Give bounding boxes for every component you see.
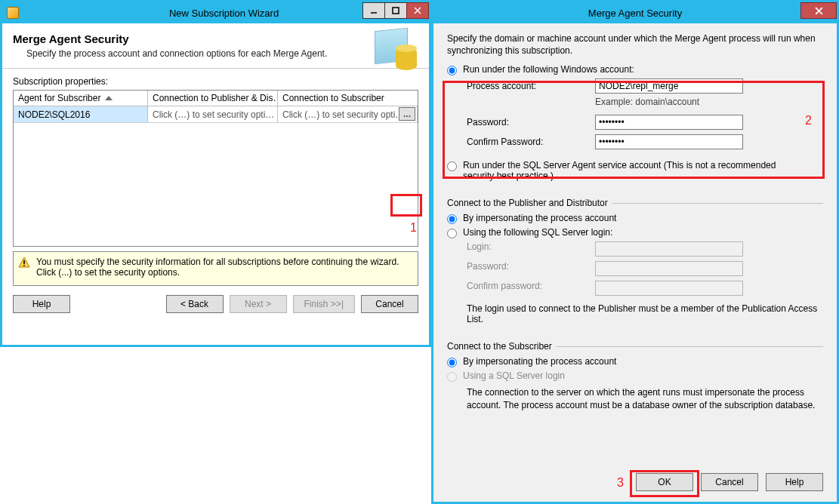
- subscription-properties-label: Subscription properties:: [13, 76, 418, 87]
- close-button-left[interactable]: [406, 2, 429, 19]
- help-button-right[interactable]: Help: [766, 473, 823, 491]
- close-button-right[interactable]: [800, 2, 837, 19]
- app-icon: [7, 7, 19, 19]
- new-subscription-wizard-window: New Subscription Wizard Merge Agent Secu…: [0, 0, 431, 347]
- subscription-grid: Agent for Subscriber Connection to Publi…: [13, 90, 418, 247]
- subscriber-section-label: Connect to the Subscriber: [447, 341, 552, 352]
- pub-password-input: [595, 261, 743, 276]
- wizard-subheading: Specify the process account and connecti…: [26, 48, 418, 59]
- confirm-password-input[interactable]: [595, 134, 743, 149]
- wizard-heading: Merge Agent Security: [13, 32, 418, 45]
- cancel-button-right[interactable]: Cancel: [701, 473, 758, 491]
- confirm-password-label: Confirm Password:: [467, 137, 595, 147]
- pub-confirm-input: [595, 281, 743, 296]
- grid-row[interactable]: NODE2\SQL2016 Click (…) to set security …: [14, 106, 418, 123]
- wizard-button-row: Help < Back Next > Finish >>| Cancel: [2, 286, 429, 322]
- radio-windows-account-input[interactable]: [447, 66, 457, 75]
- intro-text: Specify the domain or machine account un…: [447, 32, 823, 57]
- grid-header-subscriber[interactable]: Connection to Subscriber: [278, 91, 418, 106]
- password-input[interactable]: [595, 115, 743, 130]
- radio-sub-impersonate-label: By impersonating the process account: [463, 356, 616, 367]
- titlebar-left: New Subscription Wizard: [2, 2, 429, 23]
- pubdist-section-header: Connect to the Publisher and Distributor: [447, 198, 823, 208]
- dialog-button-row: OK Cancel Help: [636, 473, 823, 491]
- wizard-body: Subscription properties: Agent for Subsc…: [2, 69, 429, 286]
- process-account-input[interactable]: [595, 78, 743, 94]
- maximize-button[interactable]: [384, 2, 407, 19]
- minimize-button[interactable]: [362, 2, 385, 19]
- warning-text: You must specify the security informatio…: [36, 257, 399, 278]
- ellipsis-button[interactable]: ...: [399, 107, 415, 121]
- grid-cell-agent: NODE2\SQL2016: [14, 106, 148, 122]
- pubdist-section-label: Connect to the Publisher and Distributor: [447, 198, 608, 208]
- process-account-label: Process account:: [467, 81, 595, 91]
- warning-icon: [18, 257, 30, 269]
- window-title-right: Merge Agent Security: [588, 8, 682, 19]
- radio-sub-sql-label: Using a SQL Server login: [463, 370, 565, 381]
- sort-asc-icon: [105, 96, 113, 100]
- svg-rect-5: [23, 260, 25, 264]
- header-graphic: [375, 29, 421, 73]
- grid-header-agent-label: Agent for Subscriber: [18, 93, 100, 103]
- radio-pub-impersonate-label: By impersonating the process account: [463, 213, 616, 223]
- radio-pub-sql[interactable]: Using the following SQL Server login:: [447, 227, 823, 238]
- password-label: Password:: [467, 117, 595, 128]
- finish-button: Finish >>|: [293, 295, 355, 313]
- radio-sub-impersonate[interactable]: By impersonating the process account: [447, 356, 823, 367]
- wizard-header: Merge Agent Security Specify the process…: [2, 23, 429, 69]
- grid-header-row: Agent for Subscriber Connection to Publi…: [14, 91, 418, 106]
- radio-agent-account-input[interactable]: [447, 161, 457, 171]
- pub-confirm-label: Confirm password:: [467, 281, 595, 296]
- warning-box: You must specify the security informatio…: [13, 251, 418, 286]
- grid-cell-subscriber: Click (…) to set security opti… ...: [278, 106, 418, 122]
- radio-sub-sql-input: [447, 372, 457, 382]
- pub-login-input: [595, 241, 743, 257]
- annotation-marker-1: 1: [410, 221, 417, 235]
- merge-agent-security-dialog: Merge Agent Security Specify the domain …: [431, 0, 839, 504]
- pub-note: The login used to connect to the Publish…: [467, 303, 823, 324]
- radio-windows-account-label: Run under the following Windows account:: [463, 64, 634, 75]
- pub-login-label: Login:: [467, 241, 595, 257]
- radio-pub-sql-input[interactable]: [447, 229, 457, 238]
- grid-cell-subscriber-text: Click (…) to set security opti…: [282, 109, 404, 120]
- pub-password-label: Password:: [467, 261, 595, 276]
- radio-sub-impersonate-input[interactable]: [447, 358, 457, 367]
- annotation-marker-3: 3: [617, 476, 624, 490]
- radio-pub-sql-label: Using the following SQL Server login:: [463, 227, 612, 238]
- dialog-content: Specify the domain or machine account un…: [433, 23, 837, 502]
- radio-pub-impersonate[interactable]: By impersonating the process account: [447, 213, 823, 224]
- subscriber-section-header: Connect to the Subscriber: [447, 341, 823, 352]
- cancel-button[interactable]: Cancel: [361, 295, 418, 313]
- ok-button[interactable]: OK: [636, 473, 693, 491]
- grid-header-pubdist[interactable]: Connection to Publisher & Dis…: [148, 91, 278, 106]
- radio-sub-sql: Using a SQL Server login: [447, 370, 823, 382]
- svg-rect-6: [23, 265, 25, 266]
- help-button[interactable]: Help: [13, 295, 70, 313]
- process-account-example: Example: domain\account: [595, 97, 746, 107]
- radio-agent-account-label: Run under the SQL Server Agent service a…: [463, 160, 795, 181]
- grid-header-agent[interactable]: Agent for Subscriber: [14, 91, 148, 106]
- radio-pub-impersonate-input[interactable]: [447, 214, 457, 224]
- back-button[interactable]: < Back: [166, 295, 224, 313]
- radio-agent-account[interactable]: Run under the SQL Server Agent service a…: [447, 160, 823, 181]
- titlebar-right: Merge Agent Security: [433, 2, 837, 23]
- radio-windows-account[interactable]: Run under the following Windows account:: [447, 64, 823, 75]
- annotation-marker-2: 2: [805, 114, 812, 128]
- sub-note: The connection to the server on which th…: [467, 386, 823, 410]
- next-button: Next >: [230, 295, 287, 313]
- svg-rect-1: [393, 8, 399, 14]
- grid-cell-pubdist: Click (…) to set security opti…: [148, 106, 278, 122]
